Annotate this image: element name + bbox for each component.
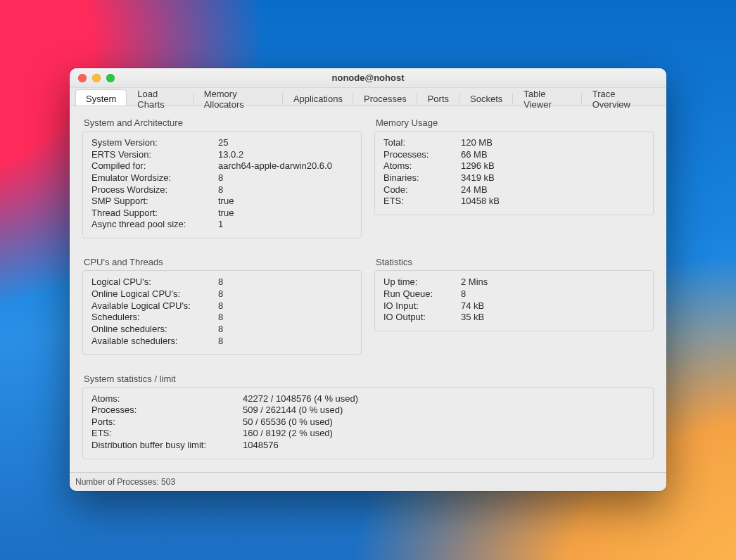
kv-value: 8 bbox=[218, 324, 353, 336]
kv-value: true bbox=[218, 196, 353, 208]
kv-key: Thread Support: bbox=[91, 208, 218, 219]
kv-value: true bbox=[218, 208, 353, 219]
group-system-architecture: System and Architecture System Version:2… bbox=[82, 117, 362, 244]
kv-value: 35 kB bbox=[461, 312, 645, 324]
kv-key: IO Input: bbox=[383, 300, 461, 312]
kv-list: Atoms:42272 / 1048576 (4 % used) Process… bbox=[91, 393, 645, 452]
kv-value: 8 bbox=[218, 276, 353, 288]
group-box: Total:120 MB Processes:66 MB Atoms:1296 … bbox=[374, 131, 654, 215]
kv-value: 2 Mins bbox=[461, 276, 645, 288]
group-box: System Version:25 ERTS Version:13.0.2 Co… bbox=[82, 131, 362, 238]
zoom-icon[interactable] bbox=[106, 74, 115, 82]
status-text: Number of Processes: 503 bbox=[75, 477, 175, 487]
tab-applications[interactable]: Applications bbox=[283, 89, 353, 106]
tab-memory-allocators[interactable]: Memory Allocators bbox=[193, 89, 283, 106]
kv-key: Run Queue: bbox=[383, 288, 461, 300]
kv-key: IO Output: bbox=[383, 312, 461, 324]
kv-value: 8 bbox=[218, 288, 353, 300]
kv-value: 8 bbox=[218, 336, 353, 348]
kv-value: 8 bbox=[218, 172, 353, 184]
kv-value: 8 bbox=[218, 184, 353, 196]
kv-list: System Version:25 ERTS Version:13.0.2 Co… bbox=[91, 137, 353, 231]
tab-sockets[interactable]: Sockets bbox=[459, 89, 513, 106]
kv-key: Distribution buffer busy limit: bbox=[91, 440, 243, 452]
tabbar: System Load Charts Memory Allocators App… bbox=[70, 88, 666, 106]
kv-key: Compiled for: bbox=[91, 160, 218, 172]
kv-key: Processes: bbox=[383, 149, 461, 161]
kv-list: Total:120 MB Processes:66 MB Atoms:1296 … bbox=[383, 137, 645, 208]
kv-value: 42272 / 1048576 (4 % used) bbox=[243, 393, 645, 405]
kv-key: Async thread pool size: bbox=[91, 219, 218, 231]
kv-key: Logical CPU's: bbox=[91, 276, 218, 288]
tab-label: Table Viewer bbox=[524, 89, 571, 110]
tab-table-viewer[interactable]: Table Viewer bbox=[513, 89, 581, 106]
tab-load-charts[interactable]: Load Charts bbox=[127, 89, 193, 106]
tab-label: Trace Overview bbox=[592, 89, 650, 110]
kv-value: 24 MB bbox=[461, 184, 645, 196]
kv-key: Ports: bbox=[91, 416, 243, 428]
kv-key: Available Logical CPU's: bbox=[91, 300, 218, 312]
kv-key: Total: bbox=[383, 137, 461, 149]
tab-trace-overview[interactable]: Trace Overview bbox=[582, 89, 661, 106]
tab-ports[interactable]: Ports bbox=[417, 89, 459, 106]
kv-value: 74 kB bbox=[461, 300, 645, 312]
kv-key: Emulator Wordsize: bbox=[91, 172, 218, 184]
tab-label: Memory Allocators bbox=[204, 89, 272, 110]
kv-value: 25 bbox=[218, 137, 353, 149]
content-area: System and Architecture System Version:2… bbox=[70, 106, 666, 472]
group-heading: Memory Usage bbox=[376, 117, 654, 128]
kv-value: 8 bbox=[218, 312, 353, 324]
tab-label: Load Charts bbox=[137, 89, 182, 110]
window-title: nonode@nohost bbox=[70, 72, 666, 83]
kv-key: ETS: bbox=[383, 196, 461, 208]
kv-value: 10458 kB bbox=[461, 196, 645, 208]
kv-value: 8 bbox=[218, 300, 353, 312]
kv-value: 8 bbox=[461, 288, 645, 300]
tab-system[interactable]: System bbox=[75, 89, 127, 106]
kv-key: Atoms: bbox=[383, 160, 461, 172]
kv-value: 13.0.2 bbox=[218, 149, 353, 161]
tab-processes[interactable]: Processes bbox=[353, 89, 417, 106]
group-heading: System and Architecture bbox=[84, 117, 362, 128]
close-icon[interactable] bbox=[78, 74, 87, 82]
kv-key: Online Logical CPU's: bbox=[91, 288, 218, 300]
group-heading: System statistics / limit bbox=[84, 374, 654, 384]
window-controls bbox=[78, 74, 115, 82]
group-box: Up time:2 Mins Run Queue:8 IO Input:74 k… bbox=[374, 270, 654, 331]
kv-key: Code: bbox=[383, 184, 461, 196]
kv-value: 50 / 65536 (0 % used) bbox=[243, 416, 645, 428]
tab-label: Processes bbox=[364, 94, 407, 104]
group-cpus-threads: CPU's and Threads Logical CPU's:8 Online… bbox=[82, 257, 362, 360]
kv-value: 1296 kB bbox=[461, 160, 645, 172]
desktop-background: nonode@nohost System Load Charts Memory … bbox=[0, 0, 736, 560]
kv-list: Logical CPU's:8 Online Logical CPU's:8 A… bbox=[91, 276, 353, 347]
tab-label: Ports bbox=[428, 94, 449, 104]
kv-value: 160 / 8192 (2 % used) bbox=[243, 428, 645, 440]
tab-label: Applications bbox=[293, 94, 343, 104]
tab-label: Sockets bbox=[470, 94, 502, 104]
kv-key: Processes: bbox=[91, 405, 243, 416]
kv-key: SMP Support: bbox=[91, 196, 218, 208]
kv-key: ETS: bbox=[91, 428, 243, 440]
kv-list: Up time:2 Mins Run Queue:8 IO Input:74 k… bbox=[383, 276, 645, 324]
kv-value: 120 MB bbox=[461, 137, 645, 149]
kv-key: Online schedulers: bbox=[91, 324, 218, 336]
group-box: Atoms:42272 / 1048576 (4 % used) Process… bbox=[82, 387, 654, 459]
kv-key: Schedulers: bbox=[91, 312, 218, 324]
group-heading: Statistics bbox=[376, 257, 654, 267]
group-memory-usage: Memory Usage Total:120 MB Processes:66 M… bbox=[374, 117, 654, 244]
kv-key: Up time: bbox=[383, 276, 461, 288]
kv-value: aarch64-apple-darwin20.6.0 bbox=[218, 160, 353, 172]
status-bar: Number of Processes: 503 bbox=[70, 472, 666, 491]
group-box: Logical CPU's:8 Online Logical CPU's:8 A… bbox=[82, 270, 362, 355]
kv-value: 1 bbox=[218, 219, 353, 231]
kv-value: 66 MB bbox=[461, 149, 645, 161]
kv-value: 1048576 bbox=[243, 440, 645, 452]
group-statistics: Statistics Up time:2 Mins Run Queue:8 IO… bbox=[374, 257, 654, 360]
group-system-limits: System statistics / limit Atoms:42272 / … bbox=[82, 374, 654, 466]
observer-window: nonode@nohost System Load Charts Memory … bbox=[70, 68, 666, 491]
group-heading: CPU's and Threads bbox=[84, 257, 362, 267]
minimize-icon[interactable] bbox=[92, 74, 101, 82]
kv-key: ERTS Version: bbox=[91, 149, 218, 161]
kv-value: 3419 kB bbox=[461, 172, 645, 184]
